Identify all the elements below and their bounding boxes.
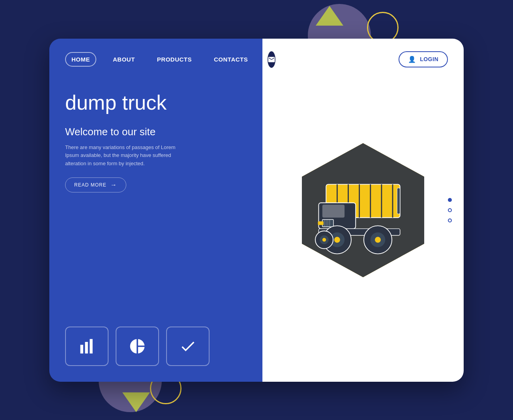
svg-rect-2 <box>90 339 92 353</box>
bar-chart-icon <box>78 338 95 355</box>
dot-3[interactable] <box>448 218 452 222</box>
read-more-label: READ MORE <box>74 182 107 188</box>
feature-box-analytics[interactable] <box>116 327 159 366</box>
login-label: LOGIN <box>420 56 438 62</box>
svg-rect-13 <box>322 204 344 217</box>
svg-rect-30 <box>397 188 400 214</box>
svg-rect-1 <box>85 342 88 353</box>
login-button[interactable]: 👤 LOGIN <box>399 51 448 67</box>
truck-illustration <box>280 127 446 293</box>
main-card: HOME ABOUT PRODUCTS CONTACTS dump truck … <box>49 39 464 382</box>
dots-navigation <box>448 198 452 222</box>
nav-about[interactable]: ABOUT <box>107 53 140 66</box>
nav-products[interactable]: PRODUCTS <box>152 53 197 66</box>
svg-rect-0 <box>81 345 83 353</box>
welcome-heading: Welcome to our site <box>65 126 247 138</box>
right-panel: 👤 LOGIN <box>262 39 464 382</box>
nav-home[interactable]: HOME <box>65 52 96 67</box>
hero-title: dump truck <box>65 91 247 114</box>
bg-chevron-top <box>316 6 343 26</box>
bg-chevron-bottom <box>122 392 150 412</box>
svg-point-23 <box>334 237 340 243</box>
feature-box-stats[interactable] <box>65 327 109 366</box>
pie-chart-icon <box>129 338 146 355</box>
feature-box-check[interactable] <box>166 327 210 366</box>
svg-rect-19 <box>318 221 324 225</box>
check-icon <box>179 338 197 355</box>
hexagon-bg <box>288 135 438 285</box>
left-panel: HOME ABOUT PRODUCTS CONTACTS dump truck … <box>49 39 262 382</box>
svg-point-26 <box>375 237 381 243</box>
email-button[interactable] <box>268 51 275 68</box>
feature-boxes <box>49 307 262 382</box>
dot-1[interactable] <box>448 198 452 202</box>
welcome-text: There are many variations of passages of… <box>65 144 183 168</box>
navbar: HOME ABOUT PRODUCTS CONTACTS <box>49 39 262 76</box>
hero-content: dump truck Welcome to our site There are… <box>49 76 262 307</box>
email-icon <box>268 56 275 63</box>
dump-truck-svg <box>304 159 422 261</box>
user-icon: 👤 <box>408 56 416 63</box>
nav-contacts[interactable]: CONTACTS <box>208 53 253 66</box>
svg-point-29 <box>322 238 326 241</box>
arrow-right-icon: → <box>110 181 117 189</box>
dot-2[interactable] <box>448 208 452 212</box>
read-more-button[interactable]: READ MORE → <box>65 177 126 192</box>
